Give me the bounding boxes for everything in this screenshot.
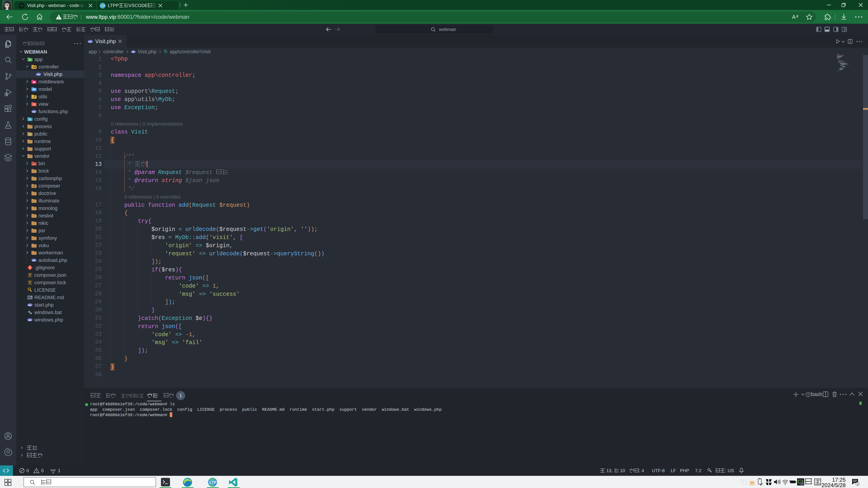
svg-text:php: php xyxy=(32,110,35,113)
svg-text:php: php xyxy=(28,319,31,321)
svg-text:php: php xyxy=(32,259,35,261)
svg-text:php: php xyxy=(37,73,40,75)
svg-text:$: $ xyxy=(808,395,809,397)
svg-text:LTP: LTP xyxy=(101,4,105,7)
svg-text:php: php xyxy=(28,304,31,306)
svg-text:2: 2 xyxy=(857,482,859,486)
svg-text:php: php xyxy=(88,40,92,43)
svg-text:LTP: LTP xyxy=(209,480,216,485)
svg-text:10: 10 xyxy=(33,163,35,166)
svg-text:php: php xyxy=(131,51,134,53)
